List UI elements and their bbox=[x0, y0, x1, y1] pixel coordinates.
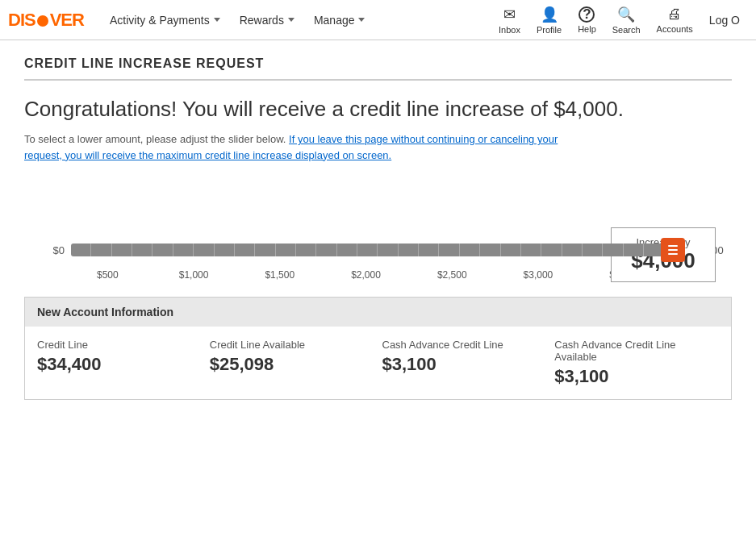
credit-line-value: $34,400 bbox=[37, 354, 202, 375]
credit-line-available-label: Credit Line Available bbox=[210, 339, 374, 351]
slider-area: Increase by $4,000 $0 bbox=[24, 235, 732, 281]
account-cell-credit-line-available: Credit Line Available $25,098 bbox=[210, 339, 374, 387]
help-nav-item[interactable]: ? Help bbox=[570, 0, 604, 40]
slider-min-label: $0 bbox=[32, 244, 65, 256]
slider-thumb[interactable] bbox=[661, 238, 685, 262]
nav-manage[interactable]: Manage bbox=[304, 0, 375, 40]
nav-manage-arrow bbox=[358, 18, 365, 22]
inbox-nav-item[interactable]: ✉ Inbox bbox=[491, 0, 528, 40]
slider-track bbox=[71, 244, 685, 256]
inbox-label: Inbox bbox=[499, 25, 520, 35]
nav-activity-payments[interactable]: Activity & Payments bbox=[100, 0, 230, 40]
account-cell-cash-advance: Cash Advance Credit Line $3,100 bbox=[382, 339, 547, 387]
slider-label-1500: $1,500 bbox=[236, 269, 323, 281]
search-label: Search bbox=[612, 25, 641, 35]
slider-label-2500: $2,500 bbox=[409, 269, 495, 281]
slider-label-1000: $1,000 bbox=[151, 269, 237, 281]
slider-track-row: $0 bbox=[24, 235, 732, 264]
account-info-section: New Account Information Credit Line $34,… bbox=[24, 297, 732, 400]
cash-advance-available-value: $3,100 bbox=[554, 366, 719, 387]
log-out-button[interactable]: Log O bbox=[701, 0, 748, 40]
nav-activity-payments-arrow bbox=[214, 18, 220, 22]
page-title-bar: CREDIT LINE INCREASE REQUEST bbox=[24, 56, 732, 81]
slider-label-3000: $3,000 bbox=[495, 269, 582, 281]
log-out-label: Log O bbox=[709, 14, 740, 27]
navbar: DISVER Activity & Payments Rewards Manag… bbox=[0, 0, 756, 40]
nav-rewards[interactable]: Rewards bbox=[230, 0, 304, 40]
search-icon: 🔍 bbox=[617, 6, 635, 23]
discover-logo-text: DISVER bbox=[8, 10, 84, 31]
search-nav-item[interactable]: 🔍 Search bbox=[604, 0, 649, 40]
cash-advance-available-label: Cash Advance Credit Line Available bbox=[554, 339, 719, 363]
nav-rewards-arrow bbox=[288, 18, 294, 22]
nav-manage-label: Manage bbox=[314, 14, 355, 27]
account-info-grid: Credit Line $34,400 Credit Line Availabl… bbox=[25, 327, 731, 399]
profile-icon: 👤 bbox=[541, 6, 558, 23]
profile-nav-item[interactable]: 👤 Profile bbox=[528, 0, 570, 40]
main-content: CREDIT LINE INCREASE REQUEST Congratulat… bbox=[0, 40, 756, 416]
account-cell-credit-line: Credit Line $34,400 bbox=[37, 339, 202, 387]
page-title: CREDIT LINE INCREASE REQUEST bbox=[24, 56, 732, 71]
slider-label-500: $500 bbox=[65, 269, 151, 281]
help-icon: ? bbox=[578, 6, 595, 23]
nav-activity-payments-label: Activity & Payments bbox=[110, 14, 210, 27]
nav-links: Activity & Payments Rewards Manage bbox=[100, 0, 491, 40]
account-info-header: New Account Information bbox=[25, 298, 731, 327]
cash-advance-value: $3,100 bbox=[382, 354, 547, 375]
accounts-nav-item[interactable]: 🖨 Accounts bbox=[649, 0, 701, 40]
nav-rewards-label: Rewards bbox=[240, 14, 284, 27]
slider-ticks bbox=[71, 244, 685, 256]
congrats-heading: Congratulations! You will receive a cred… bbox=[24, 97, 732, 122]
discover-logo[interactable]: DISVER bbox=[8, 10, 84, 31]
congrats-subtext: To select a lower amount, please adjust … bbox=[24, 131, 573, 163]
slider-thumb-lines bbox=[668, 245, 678, 255]
cash-advance-label: Cash Advance Credit Line bbox=[382, 339, 547, 351]
accounts-label: Accounts bbox=[657, 24, 693, 34]
slider-container[interactable] bbox=[71, 235, 685, 264]
profile-label: Profile bbox=[537, 25, 562, 35]
inbox-icon: ✉ bbox=[503, 6, 516, 23]
congrats-subtext-1: To select a lower amount, please adjust … bbox=[24, 133, 286, 145]
help-label: Help bbox=[578, 24, 596, 34]
slider-label-2000: $2,000 bbox=[323, 269, 409, 281]
nav-icons: ✉ Inbox 👤 Profile ? Help 🔍 Search 🖨 Acco… bbox=[491, 0, 748, 40]
credit-line-available-value: $25,098 bbox=[210, 354, 374, 375]
credit-line-label: Credit Line bbox=[37, 339, 202, 351]
account-cell-cash-advance-available: Cash Advance Credit Line Available $3,10… bbox=[554, 339, 719, 387]
accounts-icon: 🖨 bbox=[667, 6, 682, 23]
